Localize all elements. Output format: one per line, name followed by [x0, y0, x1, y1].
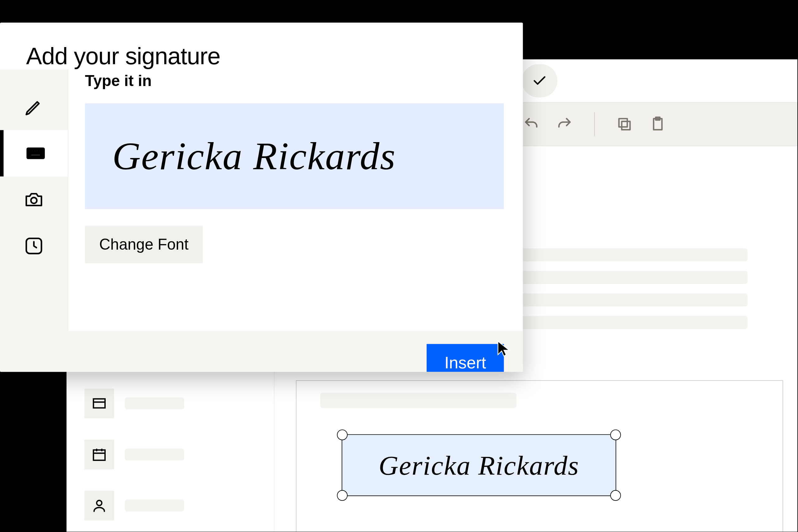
- tab-recent[interactable]: [0, 223, 68, 269]
- type-signature-panel: Type it in Gericka Rickards Change Font: [68, 70, 523, 331]
- sidebar-tool-date[interactable]: [84, 440, 274, 469]
- svg-rect-18: [31, 154, 40, 155]
- svg-point-10: [97, 500, 102, 506]
- panel-label: Type it in: [85, 72, 504, 90]
- svg-rect-0: [622, 121, 630, 130]
- sidebar-tool-text[interactable]: [84, 388, 274, 418]
- undo-button[interactable]: [523, 116, 539, 132]
- redo-button[interactable]: [556, 116, 573, 132]
- copy-button[interactable]: [616, 116, 633, 132]
- paste-button[interactable]: [649, 116, 666, 132]
- sidebar-tool-person[interactable]: [84, 491, 274, 520]
- svg-rect-13: [29, 150, 31, 151]
- done-button[interactable]: [522, 64, 557, 98]
- pencil-icon: [24, 97, 44, 117]
- keyboard-icon: [25, 143, 46, 163]
- signature-preview-text: Gericka Rickards: [112, 134, 396, 179]
- redo-icon: [556, 115, 573, 133]
- date-icon: [92, 446, 107, 462]
- svg-rect-14: [32, 150, 33, 151]
- signature-text-input[interactable]: Gericka Rickards: [85, 103, 504, 209]
- add-signature-modal: Add your signature: [0, 22, 523, 372]
- signature-field-area: Gericka Rickards: [296, 380, 783, 532]
- tab-draw[interactable]: [0, 84, 68, 130]
- placeholder-line: [125, 449, 184, 460]
- svg-rect-17: [39, 150, 40, 151]
- modal-title: Add your signature: [0, 22, 523, 70]
- undo-icon: [523, 115, 539, 133]
- resize-handle-br[interactable]: [610, 490, 621, 501]
- tab-camera[interactable]: [0, 176, 68, 223]
- svg-rect-4: [94, 399, 105, 408]
- placed-signature-text: Gericka Rickards: [379, 450, 579, 481]
- svg-rect-15: [34, 150, 36, 151]
- check-icon: [532, 73, 547, 89]
- toolbar-separator: [594, 112, 595, 136]
- clock-icon: [24, 236, 44, 256]
- camera-icon: [24, 189, 44, 210]
- insert-button[interactable]: Insert: [427, 344, 504, 372]
- svg-rect-16: [36, 150, 38, 151]
- svg-rect-1: [619, 119, 627, 127]
- resize-handle-tl[interactable]: [337, 430, 347, 440]
- svg-point-19: [31, 197, 37, 204]
- resize-handle-tr[interactable]: [610, 430, 621, 440]
- resize-handle-bl[interactable]: [337, 490, 347, 501]
- modal-footer: Insert: [0, 331, 523, 372]
- change-font-button[interactable]: Change Font: [85, 226, 203, 263]
- placeholder-line: [125, 499, 184, 511]
- clipboard-icon: [649, 115, 666, 133]
- person-icon: [92, 498, 107, 513]
- copy-icon: [616, 115, 633, 133]
- svg-rect-6: [94, 450, 105, 460]
- placeholder-line: [125, 397, 184, 409]
- tab-type[interactable]: [0, 130, 68, 176]
- placed-signature[interactable]: Gericka Rickards: [342, 434, 616, 496]
- placeholder-line: [320, 393, 516, 408]
- signature-method-tabs: [0, 70, 68, 331]
- text-block-icon: [92, 396, 107, 412]
